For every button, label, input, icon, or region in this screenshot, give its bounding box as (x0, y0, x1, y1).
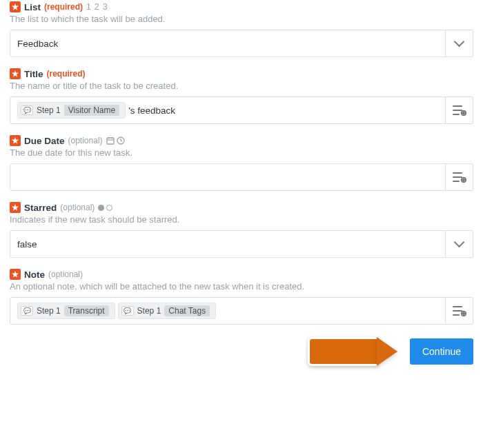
token-var: Transcript (64, 305, 109, 316)
optional-tag: (optional) (48, 269, 83, 279)
field-header-title: Title (required) (10, 68, 473, 79)
note-insert-field-button[interactable] (446, 297, 473, 325)
list-select[interactable]: Feedback (10, 30, 446, 57)
desc-title: The name or title of the task to be crea… (10, 81, 473, 91)
clock-icon (117, 136, 125, 145)
svg-marker-1 (12, 70, 19, 77)
field-header-note: Note (optional) (10, 269, 473, 280)
optional-tag: (optional) (60, 203, 95, 212)
field-due-date: Due Date (optional) The due date for thi… (10, 135, 473, 191)
token-step: Step 1 (137, 306, 161, 316)
boolean-hint-icons (98, 205, 112, 211)
desc-due: The due date for this new task. (10, 147, 473, 158)
label-starred: Starred (24, 203, 57, 213)
wunderlist-icon (10, 135, 21, 146)
numeric-hint-icon: 1 2 3 (86, 2, 108, 12)
label-due: Due Date (24, 136, 65, 146)
due-input-row (10, 163, 473, 191)
svg-marker-0 (12, 3, 19, 10)
wunderlist-icon (10, 1, 21, 12)
due-input[interactable] (10, 163, 446, 191)
title-insert-field-button[interactable] (446, 96, 473, 124)
starred-value: false (17, 239, 37, 250)
token-visitor-name[interactable]: 💬 Step 1 Visitor Name (17, 102, 126, 119)
desc-note: An optional note, which will be attached… (10, 281, 473, 292)
desc-list: The list to which the task will be added… (10, 14, 473, 24)
optional-tag: (optional) (68, 136, 103, 145)
label-title: Title (24, 69, 43, 79)
svg-marker-8 (12, 137, 19, 144)
title-input[interactable]: 💬 Step 1 Visitor Name 's feedback (10, 96, 446, 124)
attention-arrow (308, 337, 397, 366)
due-insert-field-button[interactable] (446, 163, 473, 191)
svg-marker-23 (12, 271, 19, 278)
token-var: Chat Tags (164, 305, 210, 316)
list-select-row: Feedback (10, 30, 473, 57)
svg-line-15 (121, 141, 122, 141)
field-list: List (required) 1 2 3 The list to which … (10, 1, 473, 57)
title-suffix: 's feedback (128, 105, 175, 116)
token-step: Step 1 (37, 306, 61, 316)
required-tag: (required) (44, 2, 83, 12)
field-header-starred: Starred (optional) (10, 202, 473, 213)
wunderlist-icon (10, 269, 21, 280)
field-header-due: Due Date (optional) (10, 135, 473, 146)
field-starred: Starred (optional) Indicates if the new … (10, 202, 473, 258)
calendar-icon (106, 136, 115, 145)
starred-select-row: false (10, 230, 473, 258)
continue-button[interactable]: Continue (410, 338, 473, 365)
label-list: List (24, 2, 41, 12)
starred-select[interactable]: false (10, 230, 446, 258)
desc-starred: Indicates if the new task should be star… (10, 214, 473, 225)
required-tag: (required) (47, 69, 86, 79)
radio-off-icon (106, 205, 112, 211)
svg-rect-9 (107, 138, 114, 144)
list-dropdown-toggle[interactable] (446, 30, 473, 57)
token-var: Visitor Name (64, 105, 119, 116)
wunderlist-icon (10, 202, 21, 213)
footer-actions: Continue (10, 337, 473, 366)
field-header-list: List (required) 1 2 3 (10, 1, 473, 12)
label-note: Note (24, 269, 45, 280)
insert-field-icon (453, 172, 466, 183)
note-input[interactable]: 💬 Step 1 Transcript 💬 Step 1 Chat Tags (10, 297, 446, 325)
radio-on-icon (98, 205, 104, 211)
chat-app-icon: 💬 (21, 306, 33, 316)
field-note: Note (optional) An optional note, which … (10, 269, 473, 325)
starred-dropdown-toggle[interactable] (446, 230, 473, 258)
chat-app-icon: 💬 (121, 306, 134, 316)
chevron-down-icon (454, 37, 465, 48)
chat-app-icon: 💬 (21, 105, 33, 115)
insert-field-icon (453, 105, 466, 116)
list-value: Feedback (17, 39, 58, 49)
token-step: Step 1 (37, 105, 61, 115)
note-input-row: 💬 Step 1 Transcript 💬 Step 1 Chat Tags (10, 297, 473, 325)
title-input-row: 💬 Step 1 Visitor Name 's feedback (10, 96, 473, 124)
wunderlist-icon (10, 68, 21, 79)
token-chat-tags[interactable]: 💬 Step 1 Chat Tags (118, 303, 217, 319)
datetime-hint-icons (106, 136, 125, 145)
token-transcript[interactable]: 💬 Step 1 Transcript (17, 303, 115, 319)
field-title: Title (required) The name or title of th… (10, 68, 473, 124)
chevron-down-icon (454, 237, 465, 248)
insert-field-icon (453, 305, 466, 316)
svg-marker-22 (12, 204, 19, 211)
